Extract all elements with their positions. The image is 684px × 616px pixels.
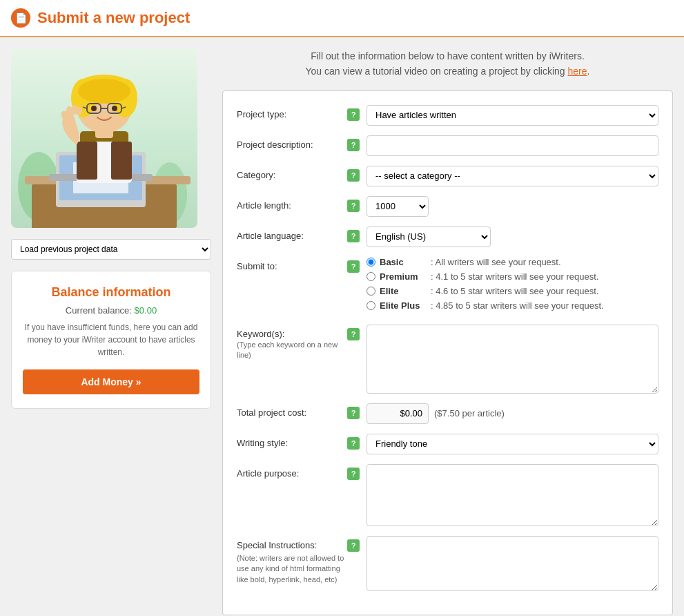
cost-per-article: ($7.50 per article) (434, 408, 505, 418)
radio-elite-desc: : 4.6 to 5 star writers will see your re… (431, 286, 598, 296)
keywords-label: Keyword(s): (Type each keyword on a new … (237, 325, 347, 360)
balance-card: Balance information Current balance: $0.… (11, 271, 211, 409)
radio-basic-desc: : All writers will see your request. (431, 257, 561, 267)
special-instructions-textarea[interactable] (367, 536, 658, 591)
sidebar: Load previous project data Balance infor… (11, 48, 211, 615)
radio-basic-row: Basic : All writers will see your reques… (367, 257, 658, 267)
category-label: Category: (237, 166, 347, 180)
article-purpose-help-icon[interactable]: ? (347, 468, 360, 480)
article-language-row: Article language: ? English (US) English… (237, 227, 658, 247)
submit-to-row: Submit to: ? Basic : All writers will se… (237, 257, 658, 315)
balance-amount-link[interactable]: $0.00 (135, 305, 157, 316)
form-area: Fill out the information below to have c… (222, 48, 673, 615)
page-header: 📄 Submit a new project (0, 0, 684, 37)
special-instructions-row: Special Instructions: (Note: writers are… (237, 536, 658, 591)
project-description-label: Project description: (237, 135, 347, 150)
radio-premium-row: Premium : 4.1 to 5 star writers will see… (367, 271, 658, 282)
article-length-select[interactable]: 150 300 500 700 1000 1500 2000 (367, 196, 429, 217)
intro-text: Fill out the information below to have c… (222, 48, 673, 79)
article-length-help-icon[interactable]: ? (347, 200, 360, 212)
svg-point-25 (91, 106, 97, 111)
project-type-select[interactable]: Have articles written Have content rewri… (367, 105, 658, 126)
tutorial-link[interactable]: here (568, 66, 587, 77)
writing-style-row: Writing style: ? Friendly tone Formal to… (237, 434, 658, 454)
cost-input: $0.00 (367, 403, 429, 424)
add-money-button[interactable]: Add Money » (23, 369, 199, 394)
keywords-help-icon[interactable]: ? (347, 328, 360, 340)
radio-premium-label: Premium (380, 271, 428, 282)
keywords-row: Keyword(s): (Type each keyword on a new … (237, 325, 658, 394)
radio-elite-plus-label: Elite Plus (380, 300, 428, 311)
total-cost-label: Total project cost: (237, 403, 347, 418)
svg-point-19 (78, 79, 130, 104)
radio-premium[interactable] (367, 272, 375, 281)
radio-elite-plus-desc: : 4.85 to 5 star writers will see your r… (431, 300, 604, 311)
submit-to-label: Submit to: (237, 257, 347, 271)
radio-premium-desc: : 4.1 to 5 star writers will see your re… (431, 271, 598, 282)
radio-elite[interactable] (367, 287, 375, 296)
load-project-select[interactable]: Load previous project data (11, 239, 211, 260)
page-title: Submit a new project (37, 9, 190, 27)
special-instructions-help-icon[interactable]: ? (347, 539, 360, 552)
category-row: Category: ? -- select a category -- Busi… (237, 166, 658, 186)
total-cost-row: Total project cost: ? $0.00 ($7.50 per a… (237, 403, 658, 424)
project-description-input[interactable] (367, 135, 658, 156)
article-length-row: Article length: ? 150 300 500 700 1000 1… (237, 196, 658, 217)
svg-rect-12 (77, 142, 97, 180)
writing-style-help-icon[interactable]: ? (347, 437, 360, 450)
current-balance: Current balance: $0.00 (23, 305, 199, 316)
radio-basic[interactable] (367, 258, 375, 267)
form-card: Project type: ? Have articles written Ha… (222, 90, 673, 615)
radio-basic-label: Basic (380, 257, 428, 267)
svg-rect-13 (111, 142, 132, 180)
balance-description: If you have insufficient funds, here you… (23, 321, 199, 358)
svg-point-26 (112, 106, 117, 111)
category-help-icon[interactable]: ? (347, 169, 360, 182)
radio-elite-plus[interactable] (367, 301, 375, 310)
project-type-label: Project type: (237, 105, 347, 119)
radio-elite-plus-row: Elite Plus : 4.85 to 5 star writers will… (367, 300, 658, 311)
article-purpose-textarea[interactable] (367, 464, 658, 526)
submit-to-radio-group: Basic : All writers will see your reques… (367, 257, 658, 315)
writing-style-select[interactable]: Friendly tone Formal tone Conversational… (367, 434, 658, 454)
page-icon: 📄 (11, 8, 30, 28)
article-purpose-label: Article purpose: (237, 464, 347, 479)
article-length-label: Article length: (237, 196, 347, 211)
project-description-help-icon[interactable]: ? (347, 139, 360, 151)
project-type-help-icon[interactable]: ? (347, 108, 360, 121)
balance-title: Balance information (23, 285, 199, 300)
article-language-select[interactable]: English (US) English (UK) Spanish French (367, 227, 491, 247)
special-instructions-label: Special Instructions: (Note: writers are… (237, 536, 347, 585)
radio-elite-row: Elite : 4.6 to 5 star writers will see y… (367, 286, 658, 296)
article-language-help-icon[interactable]: ? (347, 230, 360, 242)
avatar (11, 48, 197, 228)
category-select[interactable]: -- select a category -- Business Technol… (367, 166, 658, 186)
keywords-textarea[interactable] (367, 325, 658, 394)
submit-to-help-icon[interactable]: ? (347, 260, 360, 273)
total-cost-help-icon[interactable]: ? (347, 407, 360, 419)
article-purpose-row: Article purpose: ? (237, 464, 658, 526)
radio-elite-label: Elite (380, 286, 428, 296)
article-language-label: Article language: (237, 227, 347, 241)
project-type-row: Project type: ? Have articles written Ha… (237, 105, 658, 126)
writing-style-label: Writing style: (237, 434, 347, 448)
cost-display: $0.00 ($7.50 per article) (367, 403, 505, 424)
project-description-row: Project description: ? (237, 135, 658, 156)
